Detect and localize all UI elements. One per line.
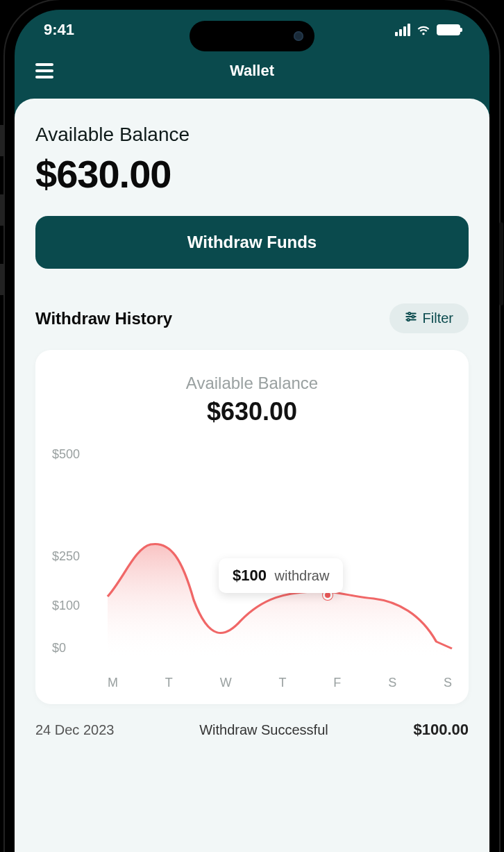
tooltip-value: $100 (233, 567, 267, 584)
battery-icon (437, 24, 460, 35)
svg-point-1 (408, 312, 410, 315)
svg-point-3 (412, 315, 414, 317)
content-panel: Available Balance $630.00 Withdraw Funds… (15, 99, 489, 852)
transaction-row[interactable]: 24 Dec 2023 Withdraw Successful $100.00 (35, 704, 469, 744)
dynamic-island (190, 21, 314, 51)
sliders-icon (405, 310, 417, 326)
chart-amount: $630.00 (52, 397, 452, 426)
chart-plot[interactable] (108, 440, 452, 655)
tooltip-label: withdraw (275, 568, 330, 583)
x-tick: S (388, 676, 396, 690)
chart-tooltip: $100 withdraw (219, 558, 343, 593)
x-tick: F (333, 676, 341, 690)
svg-point-5 (407, 319, 409, 321)
x-tick: M (108, 676, 118, 690)
wifi-icon (416, 22, 431, 37)
front-camera-icon (294, 31, 303, 41)
menu-icon[interactable] (35, 60, 53, 82)
available-balance-label: Available Balance (35, 124, 469, 146)
page-title: Wallet (230, 62, 274, 80)
y-tick: $100 (52, 599, 80, 613)
transaction-amount: $100.00 (413, 721, 469, 739)
withdraw-funds-button[interactable]: Withdraw Funds (35, 216, 469, 269)
y-tick: $500 (52, 447, 80, 462)
x-tick: W (220, 676, 232, 690)
x-tick: S (444, 676, 452, 690)
screen: 9:41 Wallet Available Balance $630.00 Wi… (15, 10, 489, 852)
y-tick: $0 (52, 641, 66, 655)
app-header: Wallet (15, 50, 489, 92)
withdraw-history-title: Withdraw History (35, 309, 172, 328)
chart-area: $500 $250 $100 $0 (52, 440, 452, 690)
x-tick: T (165, 676, 173, 690)
filter-label: Filter (423, 310, 453, 326)
status-time: 9:41 (44, 21, 74, 39)
y-tick: $250 (52, 549, 80, 564)
chart-y-axis: $500 $250 $100 $0 (52, 440, 102, 655)
cellular-signal-icon (395, 24, 410, 36)
status-icons (395, 22, 460, 37)
chart-card: Available Balance $630.00 $500 $250 $100… (35, 350, 469, 704)
status-bar: 9:41 (15, 10, 489, 50)
phone-frame: 9:41 Wallet Available Balance $630.00 Wi… (5, 0, 499, 852)
transaction-status: Withdraw Successful (114, 722, 413, 738)
filter-button[interactable]: Filter (389, 303, 469, 333)
transaction-date: 24 Dec 2023 (35, 722, 114, 738)
chart-x-axis: M T W T F S S (108, 676, 452, 690)
available-balance-amount: $630.00 (35, 151, 469, 197)
chart-subtitle: Available Balance (52, 374, 452, 393)
x-tick: T (278, 676, 286, 690)
